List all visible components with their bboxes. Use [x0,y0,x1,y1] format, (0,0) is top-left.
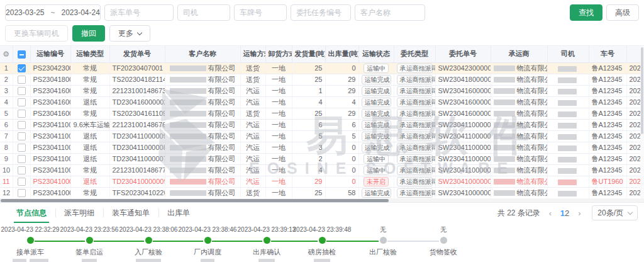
table-cell: TS202304182114 [109,74,165,85]
prev-page-button[interactable]: ‹ [544,208,557,218]
redacted-text [494,168,515,173]
change-vehicle-driver-button[interactable]: 更换车辆司机 [5,25,68,42]
transport-status-badge: 运输完成 [362,98,391,107]
node-label: 货物签收 [402,248,484,257]
row-checkbox[interactable] [18,189,26,197]
row-checkbox[interactable] [18,121,26,129]
table-cell: 鲁A12345 [589,153,626,164]
table-cell [547,176,589,187]
table-cell: 4 [0,96,13,108]
table-cell: 25 [292,62,325,74]
table-cell: 退纸 [70,96,109,108]
table-cell [547,130,589,142]
vertical-scrollbar-thumb[interactable] [641,47,643,134]
table-cell: 鲁A12345 [589,108,626,119]
page-number-1[interactable]: 1 [560,208,565,218]
row-checkbox[interactable] [18,98,26,106]
column-settings-gear-icon[interactable]: ⚙ [3,50,9,59]
row-checkbox[interactable] [18,178,26,186]
page-number-2[interactable]: 2 [565,208,569,218]
table-row[interactable]: 5PS230416000004常规TS202304161109有限公司送货一地2… [0,108,644,119]
table-cell: 承运商指派司机 [394,142,435,153]
table-cell: 常规 [70,187,109,198]
horizontal-scrollbar-thumb[interactable] [1,199,389,202]
table-row[interactable]: 3PS230416000007常规22123100148673有限公司汽运一地1… [0,85,644,96]
vertical-scrollbar[interactable] [640,46,644,198]
table-cell: 承运商指派司机 [394,187,435,198]
table-row[interactable]: 8PS230411000003退纸TD230411000008有限公司汽运一地3… [0,142,644,153]
table-cell: 10 [0,164,13,176]
row-checkbox[interactable] [18,132,26,140]
table-cell: 承运商指派司机 [394,62,435,74]
redacted-text [494,77,515,83]
table-row[interactable]: 10PS230411000001常规22123100148677有限公司汽运一地… [0,164,644,176]
row-checkbox[interactable] [18,155,26,163]
table-cell: SW230411000002 [435,153,491,164]
table-cell: 物流有限公司 [491,153,547,164]
table-cell: SW230411000001 [435,164,491,176]
table-cell: 25 [292,187,325,198]
redacted-text [170,111,206,117]
row-checkbox[interactable] [18,144,26,152]
tab-派车明细[interactable]: 派车明细 [55,203,103,223]
row-checkbox[interactable] [18,110,26,118]
advanced-button[interactable]: 高级 [606,4,639,21]
entrust-task-no-input[interactable] [291,4,351,21]
transport-status-badge: 运输中 [364,166,389,175]
select-all-checkbox[interactable] [18,50,26,59]
redacted-text [558,123,577,128]
table-row[interactable]: 7PS230411000004退纸TD230411000009有限公司汽运一地5… [0,130,644,142]
search-button[interactable]: 查找 [570,4,602,21]
plate-no-input[interactable] [234,4,287,21]
row-checkbox[interactable] [18,166,26,174]
horizontal-scrollbar[interactable] [0,198,644,203]
date-range-input[interactable]: 2023-03-25 ~ 2023-04-24 [5,4,101,21]
table-cell: 一地 [265,187,292,198]
more-button[interactable]: 更多 [109,25,150,42]
redacted-text [170,168,206,173]
table-row[interactable]: 9PS230411000002退纸TD230411000007有限公司汽运一地2… [0,153,644,164]
table-row[interactable]: 11PS230410000006退纸TD230410000009有限公司汽运一地… [0,176,644,187]
table-cell [13,187,30,198]
row-checkbox[interactable] [18,64,26,72]
row-checkbox[interactable] [18,76,26,84]
filter-bar: 2023-03-25 ~ 2023-04-24 查找 高级 [0,0,644,21]
table-cell [13,62,30,74]
recall-button[interactable]: 撤回 [72,25,105,42]
table-cell: TD230410000009 [109,176,165,187]
next-page-button[interactable]: › [573,208,586,218]
transport-status-badge: 运输完成 [362,109,391,118]
table-cell: 汽运 [240,85,265,96]
date-start[interactable]: 2023-03-25 [6,8,44,17]
table-cell: 6 [0,119,13,130]
tab-装车通知单[interactable]: 装车通知单 [103,203,158,223]
table-cell: 运输中 [358,164,394,176]
page-size-select[interactable]: 20条/页 [592,205,638,220]
entrust-type-badge: 承运商指派司机 [397,132,433,141]
table-row[interactable]: 4PS230416000006退纸TD230416000002有限公司汽运一地4… [0,96,644,108]
table-cell: 22123100148676 [109,119,165,130]
table-cell: 承运商指派司机 [394,130,435,142]
row-checkbox[interactable] [18,87,26,95]
table-row[interactable]: 6PS2304110000059.6米车运输22123100148676有限公司… [0,119,644,130]
table-cell: 承运商指派司机 [394,176,435,187]
table-row[interactable]: 12PS230410000004常规TFS202304102203有限公司送货一… [0,187,644,198]
transport-status-badge: 运输中 [364,64,389,73]
table-cell: 运输完成 [358,96,394,108]
table-row[interactable]: 1PS230423000002常规TF20230407001有限公司送货一地25… [0,62,644,74]
date-end[interactable]: 2023-04-24 [62,8,100,17]
tab-出库单[interactable]: 出库单 [158,203,199,223]
driver-input[interactable] [177,4,230,21]
table-cell: 常规 [70,85,109,96]
table-row[interactable]: 2PS230418000001常规TS202304182114有限公司送货一地2… [0,74,644,85]
table-cell: 常规 [70,62,109,74]
customer-name-input[interactable] [355,4,425,21]
table-cell: 送货 [240,108,265,119]
dispatch-no-input[interactable] [104,4,174,21]
more-button-label: 更多 [118,28,133,39]
table-cell: 物流有限公司 [491,74,547,85]
node-dot-icon [86,237,93,244]
chevron-down-icon [137,30,142,35]
tab-节点信息[interactable]: 节点信息 [8,203,55,223]
table-cell: 汽运 [240,130,265,142]
